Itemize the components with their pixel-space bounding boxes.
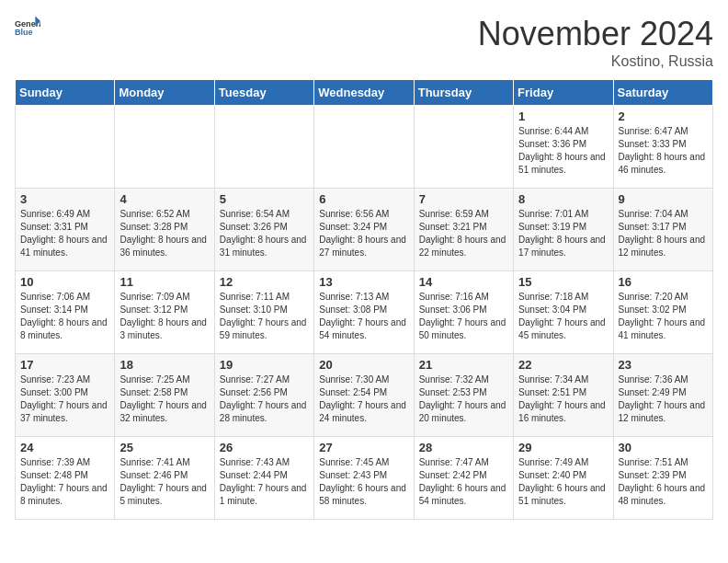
day-number: 26 — [220, 441, 309, 454]
calendar-cell: 11Sunrise: 7:09 AM Sunset: 3:12 PM Dayli… — [115, 271, 214, 354]
day-info: Sunrise: 7:32 AM Sunset: 2:53 PM Dayligh… — [419, 373, 508, 425]
day-info: Sunrise: 7:13 AM Sunset: 3:08 PM Dayligh… — [319, 291, 408, 342]
day-number: 24 — [20, 441, 109, 454]
calendar-cell: 29Sunrise: 7:49 AM Sunset: 2:40 PM Dayli… — [514, 437, 613, 520]
calendar-cell: 30Sunrise: 7:51 AM Sunset: 2:39 PM Dayli… — [613, 437, 712, 520]
day-info: Sunrise: 7:30 AM Sunset: 2:54 PM Dayligh… — [319, 373, 408, 425]
weekday-header-saturday: Saturday — [613, 80, 712, 106]
day-number: 11 — [119, 275, 209, 289]
day-number: 30 — [619, 441, 708, 454]
day-info: Sunrise: 7:27 AM Sunset: 2:56 PM Dayligh… — [220, 373, 309, 425]
calendar-body: 1Sunrise: 6:44 AM Sunset: 3:36 PM Daylig… — [16, 106, 713, 520]
day-info: Sunrise: 7:16 AM Sunset: 3:06 PM Dayligh… — [419, 291, 508, 342]
day-info: Sunrise: 7:04 AM Sunset: 3:17 PM Dayligh… — [619, 208, 708, 259]
weekday-header-row: SundayMondayTuesdayWednesdayThursdayFrid… — [16, 80, 713, 106]
calendar-cell: 27Sunrise: 7:45 AM Sunset: 2:43 PM Dayli… — [314, 437, 414, 520]
day-number: 9 — [619, 192, 708, 206]
title-area: November 2024 Kostino, Russia — [478, 15, 713, 70]
calendar-week-row: 1Sunrise: 6:44 AM Sunset: 3:36 PM Daylig… — [16, 106, 713, 189]
calendar-cell: 2Sunrise: 6:47 AM Sunset: 3:33 PM Daylig… — [613, 106, 712, 189]
calendar-cell: 15Sunrise: 7:18 AM Sunset: 3:04 PM Dayli… — [514, 271, 613, 354]
day-number: 1 — [518, 109, 608, 123]
day-number: 4 — [119, 192, 209, 206]
day-info: Sunrise: 7:18 AM Sunset: 3:04 PM Dayligh… — [518, 291, 608, 342]
calendar-cell — [115, 106, 214, 189]
calendar-cell: 3Sunrise: 6:49 AM Sunset: 3:31 PM Daylig… — [16, 189, 115, 271]
calendar-cell: 16Sunrise: 7:20 AM Sunset: 3:02 PM Dayli… — [613, 271, 712, 354]
calendar-cell: 14Sunrise: 7:16 AM Sunset: 3:06 PM Dayli… — [414, 271, 513, 354]
day-info: Sunrise: 7:47 AM Sunset: 2:42 PM Dayligh… — [419, 456, 508, 508]
day-info: Sunrise: 7:11 AM Sunset: 3:10 PM Dayligh… — [220, 291, 309, 342]
calendar-cell: 22Sunrise: 7:34 AM Sunset: 2:51 PM Dayli… — [514, 354, 613, 437]
day-info: Sunrise: 7:23 AM Sunset: 3:00 PM Dayligh… — [20, 373, 109, 425]
day-info: Sunrise: 7:43 AM Sunset: 2:44 PM Dayligh… — [220, 456, 309, 508]
day-number: 19 — [220, 358, 309, 372]
day-info: Sunrise: 6:44 AM Sunset: 3:36 PM Dayligh… — [518, 125, 608, 177]
calendar-cell: 18Sunrise: 7:25 AM Sunset: 2:58 PM Dayli… — [115, 354, 214, 437]
calendar-cell: 4Sunrise: 6:52 AM Sunset: 3:28 PM Daylig… — [115, 189, 214, 271]
calendar-cell: 19Sunrise: 7:27 AM Sunset: 2:56 PM Dayli… — [214, 354, 313, 437]
weekday-header-sunday: Sunday — [16, 80, 115, 106]
calendar-week-row: 3Sunrise: 6:49 AM Sunset: 3:31 PM Daylig… — [16, 189, 713, 271]
location-title: Kostino, Russia — [478, 53, 713, 70]
calendar-week-row: 24Sunrise: 7:39 AM Sunset: 2:48 PM Dayli… — [16, 437, 713, 520]
day-number: 22 — [518, 358, 608, 372]
weekday-header-friday: Friday — [514, 80, 613, 106]
calendar-cell — [214, 106, 313, 189]
calendar-cell: 7Sunrise: 6:59 AM Sunset: 3:21 PM Daylig… — [414, 189, 513, 271]
day-info: Sunrise: 7:49 AM Sunset: 2:40 PM Dayligh… — [518, 456, 608, 508]
day-info: Sunrise: 7:20 AM Sunset: 3:02 PM Dayligh… — [619, 291, 708, 342]
day-info: Sunrise: 7:34 AM Sunset: 2:51 PM Dayligh… — [518, 373, 608, 425]
calendar-cell: 8Sunrise: 7:01 AM Sunset: 3:19 PM Daylig… — [514, 189, 613, 271]
day-number: 8 — [518, 192, 608, 206]
day-number: 21 — [419, 358, 508, 372]
weekday-header-thursday: Thursday — [414, 80, 513, 106]
day-info: Sunrise: 7:09 AM Sunset: 3:12 PM Dayligh… — [119, 291, 209, 342]
calendar-cell: 13Sunrise: 7:13 AM Sunset: 3:08 PM Dayli… — [314, 271, 414, 354]
day-info: Sunrise: 7:25 AM Sunset: 2:58 PM Dayligh… — [119, 373, 209, 425]
month-title: November 2024 — [478, 15, 713, 53]
day-number: 12 — [220, 275, 309, 289]
day-info: Sunrise: 6:52 AM Sunset: 3:28 PM Dayligh… — [119, 208, 209, 259]
day-number: 23 — [619, 358, 708, 372]
day-number: 18 — [119, 358, 209, 372]
day-info: Sunrise: 7:41 AM Sunset: 2:46 PM Dayligh… — [119, 456, 209, 508]
day-number: 17 — [20, 358, 109, 372]
day-number: 25 — [119, 441, 209, 454]
calendar-cell: 5Sunrise: 6:54 AM Sunset: 3:26 PM Daylig… — [214, 189, 313, 271]
calendar-week-row: 10Sunrise: 7:06 AM Sunset: 3:14 PM Dayli… — [16, 271, 713, 354]
day-number: 6 — [319, 192, 408, 206]
calendar-cell: 9Sunrise: 7:04 AM Sunset: 3:17 PM Daylig… — [613, 189, 712, 271]
calendar-week-row: 17Sunrise: 7:23 AM Sunset: 3:00 PM Dayli… — [16, 354, 713, 437]
calendar-cell — [414, 106, 513, 189]
day-number: 27 — [319, 441, 408, 454]
logo-icon: General Blue — [15, 15, 40, 40]
calendar-cell: 1Sunrise: 6:44 AM Sunset: 3:36 PM Daylig… — [514, 106, 613, 189]
calendar-table: SundayMondayTuesdayWednesdayThursdayFrid… — [15, 79, 713, 520]
header: General Blue November 2024 Kostino, Russ… — [15, 15, 713, 70]
day-info: Sunrise: 6:49 AM Sunset: 3:31 PM Dayligh… — [20, 208, 109, 259]
calendar-cell: 28Sunrise: 7:47 AM Sunset: 2:42 PM Dayli… — [414, 437, 513, 520]
calendar-cell: 17Sunrise: 7:23 AM Sunset: 3:00 PM Dayli… — [16, 354, 115, 437]
day-number: 15 — [518, 275, 608, 289]
day-number: 16 — [619, 275, 708, 289]
day-number: 3 — [20, 192, 109, 206]
calendar-cell: 23Sunrise: 7:36 AM Sunset: 2:49 PM Dayli… — [613, 354, 712, 437]
calendar-cell — [314, 106, 414, 189]
day-number: 5 — [220, 192, 309, 206]
day-info: Sunrise: 7:01 AM Sunset: 3:19 PM Dayligh… — [518, 208, 608, 259]
weekday-header-wednesday: Wednesday — [314, 80, 414, 106]
calendar-cell: 21Sunrise: 7:32 AM Sunset: 2:53 PM Dayli… — [414, 354, 513, 437]
day-info: Sunrise: 7:36 AM Sunset: 2:49 PM Dayligh… — [619, 373, 708, 425]
day-info: Sunrise: 6:59 AM Sunset: 3:21 PM Dayligh… — [419, 208, 508, 259]
day-number: 14 — [419, 275, 508, 289]
logo: General Blue — [15, 15, 40, 40]
calendar-cell: 26Sunrise: 7:43 AM Sunset: 2:44 PM Dayli… — [214, 437, 313, 520]
day-number: 7 — [419, 192, 508, 206]
weekday-header-monday: Monday — [115, 80, 214, 106]
day-info: Sunrise: 7:06 AM Sunset: 3:14 PM Dayligh… — [20, 291, 109, 342]
svg-text:Blue: Blue — [15, 28, 33, 37]
calendar-cell: 6Sunrise: 6:56 AM Sunset: 3:24 PM Daylig… — [314, 189, 414, 271]
day-number: 20 — [319, 358, 408, 372]
day-number: 28 — [419, 441, 508, 454]
